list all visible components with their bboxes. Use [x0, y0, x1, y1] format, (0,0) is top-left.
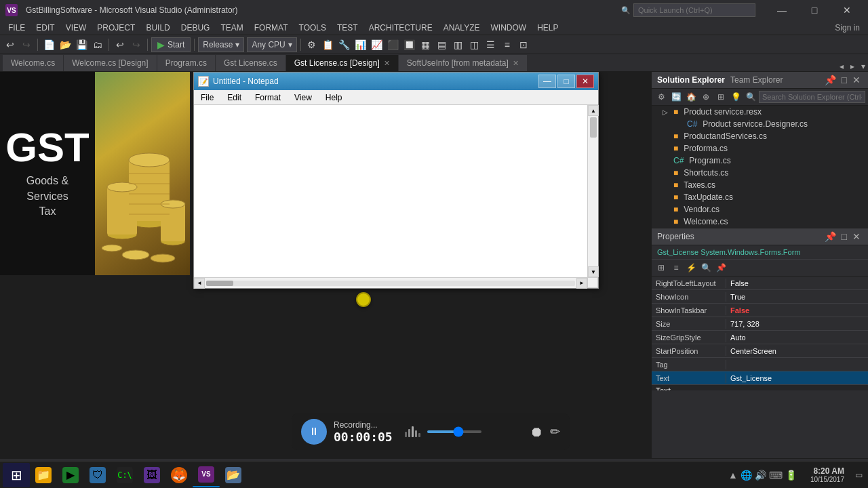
- notepad-close[interactable]: ✕: [576, 75, 594, 88]
- team-explorer-tab[interactable]: Team Explorer: [730, 75, 783, 85]
- toolbar-btn-1[interactable]: ⚙: [304, 37, 319, 52]
- taskbar-firefox[interactable]: 🦊: [165, 463, 193, 487]
- notepad-menu-file[interactable]: File: [194, 92, 220, 104]
- prop-show-in-taskbar-value[interactable]: False: [726, 306, 868, 315]
- tree-proforma[interactable]: ■ Proforma.cs: [652, 142, 868, 155]
- taskbar-console[interactable]: C:\: [111, 463, 138, 487]
- tree-productand-services[interactable]: ■ ProductandServices.cs: [652, 130, 868, 142]
- menu-format[interactable]: FORMAT: [249, 20, 294, 35]
- toolbar-back[interactable]: ↩: [3, 37, 18, 52]
- toolbar-btn-2[interactable]: 📋: [321, 37, 336, 52]
- close-button[interactable]: ✕: [831, 0, 863, 20]
- taskbar-security[interactable]: 🛡: [84, 463, 111, 487]
- menu-build[interactable]: BUILD: [140, 20, 175, 35]
- start-debug-button[interactable]: ▶ Start: [151, 37, 191, 52]
- tab-welcome-design[interactable]: Welcome.cs [Design]: [64, 55, 157, 71]
- taskbar-file-manager[interactable]: 🖼: [138, 463, 165, 487]
- cpu-dropdown[interactable]: Any CPU ▾: [247, 37, 296, 52]
- tray-keyboard-icon[interactable]: ⌨: [769, 470, 783, 481]
- tray-arrow-icon[interactable]: ▲: [728, 470, 738, 481]
- menu-analyze[interactable]: ANALYZE: [438, 20, 486, 35]
- menu-tools[interactable]: TOOLS: [294, 20, 332, 35]
- tray-network-icon[interactable]: 🌐: [741, 470, 752, 481]
- release-dropdown[interactable]: Release ▾: [198, 37, 244, 52]
- tab-scroll-right[interactable]: ▸: [848, 62, 857, 71]
- notepad-window[interactable]: 📝 Untitled - Notepad — □ ✕ File Edit For…: [193, 72, 599, 289]
- tab-scroll-left[interactable]: ◂: [837, 62, 846, 71]
- menu-test[interactable]: TEST: [332, 20, 363, 35]
- notepad-minimize[interactable]: —: [538, 75, 556, 88]
- show-desktop-button[interactable]: ▭: [852, 470, 865, 480]
- taskbar-folders[interactable]: 📂: [220, 463, 247, 487]
- prop-show-icon-value[interactable]: True: [726, 292, 868, 302]
- se-toolbar-2[interactable]: 🔄: [669, 90, 683, 104]
- sign-in[interactable]: Sign in: [829, 23, 865, 33]
- notepad-vscroll-down[interactable]: ▼: [588, 266, 599, 277]
- toolbar-btn-10[interactable]: ▥: [451, 37, 466, 52]
- toolbar-btn-6[interactable]: ⬛: [386, 37, 401, 52]
- prop-events[interactable]: ⚡: [684, 261, 698, 274]
- prop-search[interactable]: 🔍: [699, 261, 713, 274]
- toolbar-btn-4[interactable]: 📊: [353, 37, 368, 52]
- notepad-menu-view[interactable]: View: [288, 92, 319, 104]
- menu-project[interactable]: PROJECT: [92, 20, 140, 35]
- tray-battery-icon[interactable]: 🔋: [785, 470, 797, 481]
- tab-gst-license-design[interactable]: Gst License.cs [Design] ✕: [286, 55, 399, 71]
- toolbar-btn-9[interactable]: ▤: [435, 37, 450, 52]
- toolbar-btn-5[interactable]: 📈: [370, 37, 384, 52]
- toolbar-save-all[interactable]: 🗂: [90, 37, 105, 52]
- notepad-maximize[interactable]: □: [557, 75, 575, 88]
- record-stop-button[interactable]: ⏺: [530, 424, 543, 440]
- menu-file[interactable]: FILE: [3, 20, 31, 35]
- start-button[interactable]: ⊞: [3, 463, 30, 487]
- tree-taxupdate[interactable]: ■ TaxUpdate.cs: [652, 191, 868, 203]
- tab-softuse-info-close[interactable]: ✕: [513, 59, 519, 68]
- notepad-title-bar[interactable]: 📝 Untitled - Notepad — □ ✕: [194, 73, 598, 90]
- menu-architecture[interactable]: ARCHITECTURE: [363, 20, 438, 35]
- toolbar-btn-8[interactable]: ▦: [418, 37, 433, 52]
- taskbar-vs[interactable]: VS: [193, 463, 220, 487]
- prop-pin-props[interactable]: 📌: [714, 261, 728, 274]
- se-toolbar-7[interactable]: 🔍: [744, 90, 757, 104]
- toolbar-btn-11[interactable]: ◫: [467, 37, 482, 52]
- tree-taxes[interactable]: ■ Taxes.cs: [652, 179, 868, 191]
- toolbar-btn-14[interactable]: ⊡: [516, 37, 531, 52]
- tray-speaker-icon[interactable]: 🔊: [755, 470, 766, 481]
- tab-program-cs[interactable]: Program.cs: [157, 55, 216, 71]
- panel-maximize-button[interactable]: □: [840, 75, 849, 85]
- panel-close-button[interactable]: ✕: [850, 75, 863, 85]
- prop-size-value[interactable]: 717, 328: [726, 319, 868, 329]
- solution-search-input[interactable]: [759, 91, 865, 103]
- prop-categorize[interactable]: ⊞: [654, 261, 668, 274]
- taskbar-explorer[interactable]: 📁: [30, 463, 57, 487]
- prop-close-button[interactable]: ✕: [850, 231, 863, 242]
- volume-slider[interactable]: [427, 430, 481, 433]
- notepad-hscroll-right[interactable]: ►: [576, 278, 587, 289]
- taskbar-media[interactable]: ▶: [57, 463, 84, 487]
- toolbar-redo[interactable]: ↪: [129, 37, 144, 52]
- tab-welcome-cs[interactable]: Welcome.cs: [3, 55, 64, 71]
- notepad-vscrollbar[interactable]: ▲ ▼: [587, 105, 598, 277]
- toolbar-undo[interactable]: ↩: [113, 37, 127, 52]
- pause-button[interactable]: ⏸: [301, 419, 327, 445]
- toolbar-save[interactable]: 💾: [74, 37, 89, 52]
- menu-help[interactable]: HELP: [532, 20, 564, 35]
- se-toolbar-4[interactable]: ⊕: [699, 90, 713, 104]
- system-clock[interactable]: 8:20 AM 10/15/2017: [808, 466, 847, 483]
- se-toolbar-6[interactable]: 💡: [729, 90, 743, 104]
- toolbar-btn-13[interactable]: ≡: [500, 37, 515, 52]
- toolbar-forward[interactable]: ↪: [19, 37, 34, 52]
- toolbar-btn-3[interactable]: 🔧: [337, 37, 352, 52]
- solution-explorer-tab[interactable]: Solution Explorer: [657, 75, 725, 85]
- panel-pin-button[interactable]: 📌: [823, 75, 838, 85]
- tab-softuse-info[interactable]: SoftUseInfo [from metadata] ✕: [399, 55, 528, 71]
- se-toolbar-3[interactable]: 🏠: [684, 90, 698, 104]
- menu-window[interactable]: WINDOW: [485, 20, 532, 35]
- toolbar-btn-7[interactable]: 🔲: [402, 37, 417, 52]
- maximize-button[interactable]: □: [799, 0, 830, 20]
- tab-dropdown[interactable]: ▾: [859, 62, 868, 71]
- quick-launch-input[interactable]: [633, 3, 755, 17]
- notepad-menu-format[interactable]: Format: [248, 92, 288, 104]
- tree-welcome[interactable]: ■ Welcome.cs: [652, 216, 868, 228]
- notepad-menu-edit[interactable]: Edit: [220, 92, 248, 104]
